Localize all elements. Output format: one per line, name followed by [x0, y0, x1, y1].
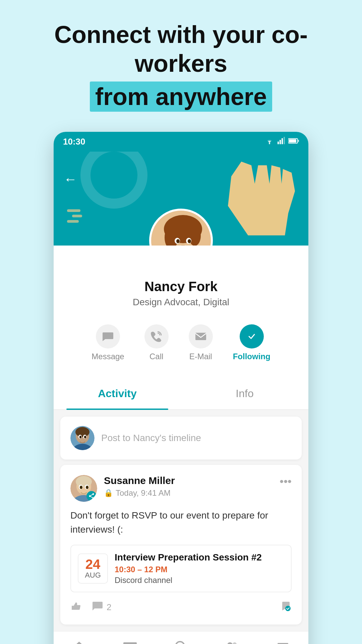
svg-line-40 [90, 496, 93, 498]
card-meta: 🔒 Today, 9:41 AM [104, 488, 273, 498]
svg-rect-4 [284, 137, 285, 144]
message-icon [96, 324, 120, 348]
phone-mockup: 10:30 [54, 132, 308, 644]
people-icon [225, 640, 239, 644]
event-month: AUG [85, 571, 101, 580]
my-avatar [70, 426, 95, 450]
headline-line1: Connect with your co-workers [27, 20, 335, 78]
svg-point-16 [176, 239, 180, 243]
svg-point-41 [285, 606, 291, 611]
status-bar: 10:30 [54, 132, 308, 152]
post-placeholder: Post to Nancy's timeline [101, 433, 201, 443]
feed: Post to Nancy's timeline [54, 410, 308, 631]
post-input-card[interactable]: Post to Nancy's timeline [60, 417, 302, 460]
status-icons [265, 137, 299, 146]
svg-point-17 [188, 239, 191, 243]
svg-point-35 [86, 486, 88, 489]
svg-rect-7 [298, 140, 299, 142]
dash-decor [67, 207, 82, 225]
headline-section: Connect with your co-workers from anywhe… [0, 20, 362, 112]
event-title: Interview Preperation Session #2 [115, 552, 262, 563]
home-icon [72, 640, 86, 644]
hand-decor [228, 162, 295, 235]
svg-point-26 [79, 436, 81, 438]
nav-messages[interactable] [123, 640, 137, 644]
bookmark-button[interactable] [280, 600, 292, 614]
post-body: Don't forget to RSVP to our event to pre… [70, 508, 292, 537]
nav-home[interactable] [72, 640, 86, 644]
event-day: 24 [85, 557, 101, 571]
svg-point-19 [246, 331, 257, 342]
swirl-decor [80, 152, 147, 209]
svg-rect-1 [278, 142, 279, 144]
following-label: Following [233, 352, 270, 361]
nav-menu[interactable] [276, 640, 290, 644]
svg-rect-2 [280, 140, 281, 144]
signal-icon [278, 137, 285, 146]
menu-icon [276, 640, 290, 644]
tab-activity[interactable]: Activity [54, 378, 181, 409]
svg-point-42 [176, 642, 184, 644]
nav-people[interactable] [225, 640, 239, 644]
event-card[interactable]: 24 AUG Interview Preperation Session #2 … [70, 545, 292, 592]
back-button[interactable]: ← [64, 172, 77, 187]
battery-icon [288, 137, 299, 146]
profile-name: Nancy Fork [54, 279, 308, 294]
call-button[interactable]: Call [144, 324, 169, 361]
comment-count: 2 [107, 602, 111, 612]
status-time: 10:30 [63, 137, 85, 147]
like-icon [70, 600, 82, 614]
profile-header: ← [54, 152, 308, 246]
svg-point-44 [227, 642, 233, 644]
like-button[interactable] [70, 600, 82, 614]
message-button[interactable]: Message [92, 324, 124, 361]
card-header: Susanne Miller 🔒 Today, 9:41 AM ••• [70, 475, 292, 502]
following-icon [240, 324, 264, 348]
bottom-nav [54, 631, 308, 644]
messages-icon [123, 640, 137, 644]
call-icon [144, 324, 169, 348]
card-author-info: Susanne Miller 🔒 Today, 9:41 AM [104, 475, 273, 498]
comment-icon [92, 600, 103, 614]
event-location: Discord channel [115, 576, 262, 585]
message-label: Message [92, 352, 124, 361]
event-time: 10:30 – 12 PM [115, 565, 262, 574]
headline-line2: from anywhere [90, 82, 272, 112]
profile-info: Nancy Fork Design Advocat, Digital Messa… [54, 246, 308, 378]
card-menu-button[interactable]: ••• [280, 475, 292, 488]
svg-point-0 [269, 143, 270, 144]
email-button[interactable]: E-Mail [189, 324, 213, 361]
wifi-icon [265, 137, 274, 146]
susanne-avatar [70, 475, 97, 502]
share-badge [86, 491, 97, 501]
post-timestamp: Today, 9:41 AM [116, 488, 171, 498]
email-label: E-Mail [189, 352, 212, 361]
svg-point-31 [76, 476, 92, 487]
profile-avatar [149, 209, 213, 246]
svg-rect-6 [289, 139, 296, 143]
event-details: Interview Preperation Session #2 10:30 –… [115, 552, 262, 585]
search-icon [174, 640, 188, 644]
svg-point-34 [80, 486, 82, 489]
comment-button[interactable]: 2 [92, 600, 111, 614]
email-icon [189, 324, 213, 348]
svg-rect-3 [282, 138, 283, 144]
svg-point-23 [75, 427, 89, 437]
nav-search[interactable] [174, 640, 188, 644]
profile-title: Design Advocat, Digital [54, 297, 308, 308]
svg-point-45 [233, 642, 237, 644]
author-name: Susanne Miller [104, 475, 273, 486]
tabs: Activity Info [54, 378, 308, 410]
following-button[interactable]: Following [233, 324, 270, 361]
svg-point-27 [84, 436, 86, 438]
svg-rect-18 [195, 333, 206, 340]
event-date: 24 AUG [78, 553, 108, 584]
call-label: Call [149, 352, 163, 361]
card-footer: 2 [70, 600, 292, 614]
svg-line-39 [90, 494, 93, 496]
lock-icon: 🔒 [104, 489, 113, 497]
action-buttons: Message Call [54, 318, 308, 371]
tab-info[interactable]: Info [181, 378, 308, 409]
activity-post-card: Susanne Miller 🔒 Today, 9:41 AM ••• Don'… [60, 465, 302, 625]
